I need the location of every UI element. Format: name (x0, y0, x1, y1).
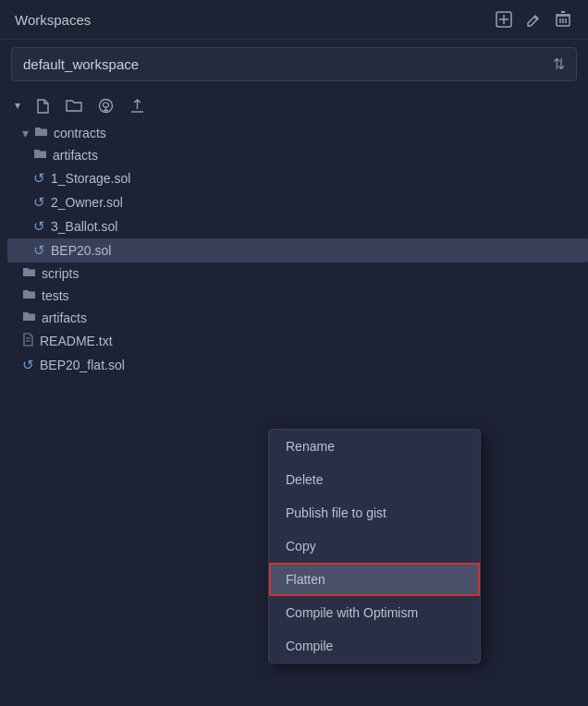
add-workspace-button[interactable] (494, 9, 514, 30)
contracts-folder-icon (34, 126, 48, 140)
tree-item-bep20flat[interactable]: ↺ BEP20_flat.sol (7, 353, 588, 377)
artifacts-folder-icon (33, 148, 47, 163)
workspace-name: default_workspace (23, 56, 139, 72)
bep20-label: BEP20.sol (51, 243, 111, 258)
artifacts-root-label: artifacts (42, 310, 87, 325)
tests-label: tests (42, 288, 69, 303)
tree-item-readme[interactable]: README.txt (7, 329, 588, 353)
bep20-sol-icon: ↺ (33, 242, 45, 259)
artifacts-label: artifacts (53, 148, 98, 163)
tree-item-artifacts-root[interactable]: artifacts (7, 307, 588, 329)
new-file-button[interactable] (33, 96, 52, 115)
tree-item-3ballot[interactable]: ↺ 3_Ballot.sol (7, 214, 588, 238)
edit-workspace-button[interactable] (523, 9, 544, 30)
upload-button[interactable] (128, 96, 146, 115)
context-menu-flatten[interactable]: Flatten (269, 563, 480, 596)
tree-item-tests[interactable]: tests (7, 285, 588, 307)
readme-file-icon (22, 333, 34, 349)
artifacts-root-folder-icon (22, 310, 36, 325)
bep20flat-label: BEP20_flat.sol (40, 358, 125, 372)
file-toolbar: ▾ (0, 89, 588, 122)
delete-workspace-button[interactable] (553, 9, 573, 30)
context-menu: Rename Delete Publish file to gist Copy … (268, 429, 481, 663)
bep20flat-sol-icon: ↺ (22, 357, 34, 373)
contracts-chevron-icon: ▾ (22, 126, 29, 140)
workspaces-title: Workspaces (15, 12, 484, 28)
context-menu-compile-optimism[interactable]: Compile with Optimism (269, 596, 480, 629)
context-menu-compile[interactable]: Compile (269, 629, 480, 663)
contracts-label: contracts (54, 126, 106, 140)
context-menu-copy[interactable]: Copy (269, 530, 480, 563)
3ballot-sol-icon: ↺ (33, 218, 45, 235)
tree-item-contracts[interactable]: ▾ contracts (7, 122, 588, 144)
2owner-label: 2_Owner.sol (51, 195, 123, 210)
tree-item-scripts[interactable]: scripts (7, 262, 588, 285)
context-menu-rename[interactable]: Rename (269, 430, 480, 463)
tree-item-bep20[interactable]: ↺ BEP20.sol (7, 238, 588, 262)
context-menu-publish[interactable]: Publish file to gist (269, 496, 480, 530)
3ballot-label: 3_Ballot.sol (51, 219, 117, 234)
1storage-sol-icon: ↺ (33, 170, 45, 187)
github-button[interactable] (96, 96, 115, 115)
readme-label: README.txt (40, 334, 113, 348)
tree-item-artifacts[interactable]: artifacts (7, 144, 588, 166)
tree-item-2owner[interactable]: ↺ 2_Owner.sol (7, 190, 588, 214)
file-tree: ▾ contracts artifacts ↺ 1_Storage.sol ↺ … (0, 122, 588, 377)
scripts-label: scripts (42, 266, 79, 281)
header: Workspaces (0, 0, 588, 40)
scripts-folder-icon (22, 266, 36, 281)
2owner-sol-icon: ↺ (33, 194, 45, 211)
new-folder-button[interactable] (65, 96, 83, 115)
tree-item-1storage[interactable]: ↺ 1_Storage.sol (7, 166, 588, 190)
tree-collapse-icon[interactable]: ▾ (15, 99, 20, 112)
1storage-label: 1_Storage.sol (51, 171, 130, 186)
context-menu-delete[interactable]: Delete (269, 463, 480, 496)
workspace-selector[interactable]: default_workspace ⇅ (11, 47, 577, 81)
workspace-arrow-icon: ⇅ (553, 55, 565, 73)
tests-folder-icon (22, 288, 36, 303)
